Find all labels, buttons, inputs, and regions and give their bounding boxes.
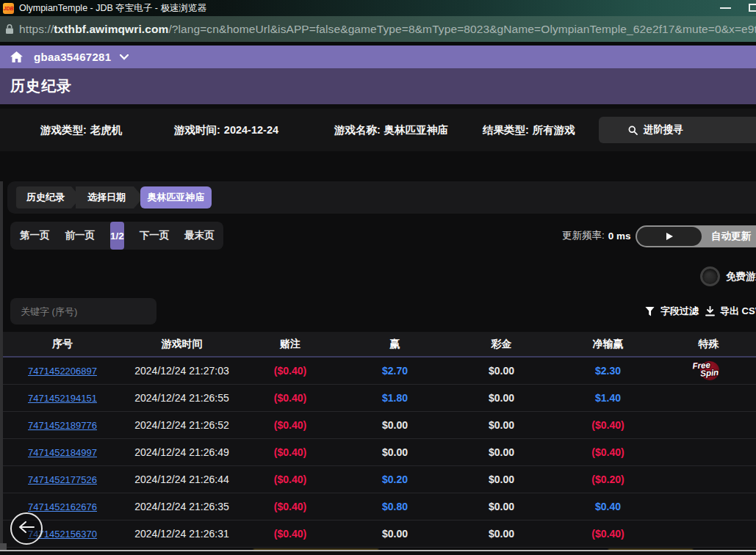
filter-game-time[interactable]: 游戏时间: 2024-12-24 <box>174 109 278 151</box>
left-scrollbar[interactable] <box>0 181 3 550</box>
breadcrumb-game-name[interactable]: 奥林匹亚神庙 <box>140 186 212 208</box>
col-header-win: 赢 <box>342 332 448 356</box>
net-cell: ($0.40) <box>555 520 661 547</box>
filter-game-time-label: 游戏时间: <box>174 123 220 137</box>
table-row: 74714521775262024/12/24 21:26:44($0.40)$… <box>0 466 756 493</box>
bet-cell: ($0.40) <box>239 520 342 547</box>
game-time-cell: 2024/12/24 21:26:49 <box>125 439 239 465</box>
jackpot-cell: $0.00 <box>448 520 555 547</box>
search-input[interactable] <box>10 298 156 324</box>
game-time-cell: 2024/12/24 21:26:31 <box>125 520 239 547</box>
filter-game-name[interactable]: 游戏名称: 奥林匹亚神庙 <box>334 109 448 151</box>
serial-number-link[interactable]: 7471452184997 <box>28 447 97 458</box>
free-game-label[interactable]: 免费游戏 <box>726 266 756 286</box>
download-icon <box>705 306 715 316</box>
serial-number-link[interactable]: 7471452177526 <box>28 474 97 485</box>
bet-cell: ($0.40) <box>239 439 342 465</box>
breadcrumb: 历史纪录 选择日期 奥林匹亚神庙 <box>7 181 756 214</box>
advanced-search-label: 进阶搜寻 <box>644 123 683 137</box>
export-csv-button[interactable]: 导出 CSV <box>705 298 756 324</box>
home-icon[interactable] <box>10 51 23 62</box>
serial-number-link[interactable]: 7471452189776 <box>28 420 97 431</box>
jackpot-cell: $0.00 <box>448 493 555 520</box>
history-table: 序号 游戏时间 赌注 赢 彩金 净输赢 特殊 74714522068972024… <box>0 332 756 548</box>
lock-icon <box>5 23 14 35</box>
win-cell: $0.20 <box>342 466 448 493</box>
keyword-search <box>10 298 156 324</box>
col-header-serial: 序号 <box>0 332 125 356</box>
first-page-button[interactable]: 第一页 <box>20 229 50 242</box>
url-domain: txthbf.awimqwri.com <box>54 23 168 35</box>
left-scrollbar-thumb[interactable] <box>0 543 7 550</box>
special-cell <box>661 520 756 547</box>
game-time-cell: 2024/12/24 21:26:35 <box>125 493 239 520</box>
page-title: 历史纪录 <box>10 76 72 96</box>
table-body: 74714522068972024/12/24 21:27:03($0.40)$… <box>0 358 756 548</box>
col-header-time: 游戏时间 <box>125 332 239 356</box>
table-row: 74714521563702024/12/24 21:26:31($0.40)$… <box>0 520 756 548</box>
table-row: 74714521941512024/12/24 21:26:55($0.40)$… <box>0 385 756 412</box>
account-navbar: gbaa35467281 <box>0 46 756 68</box>
refresh-rate: 更新频率: 0 ms <box>562 222 631 250</box>
col-header-jackpot: 彩金 <box>448 332 555 356</box>
toggle-knob[interactable] <box>637 227 702 246</box>
win-cell: $1.80 <box>342 385 448 411</box>
chevron-down-icon[interactable] <box>120 54 129 60</box>
game-time-cell: 2024/12/24 21:26:44 <box>125 466 239 493</box>
bet-cell: ($0.40) <box>239 385 342 411</box>
win-cell: $0.80 <box>342 493 448 520</box>
win-cell: $0.00 <box>342 439 448 465</box>
net-cell: $2.30 <box>555 358 661 384</box>
table-row: 74714521897762024/12/24 21:26:52($0.40)$… <box>0 412 756 439</box>
advanced-search-button[interactable]: 进阶搜寻 <box>599 117 756 143</box>
serial-number-link[interactable]: 7471452206897 <box>28 366 97 377</box>
play-icon <box>666 233 673 240</box>
filter-result-type-value: 所有游戏 <box>533 123 575 137</box>
game-time-cell: 2024/12/24 21:26:52 <box>125 412 239 438</box>
auto-update-label: 自动更新 <box>711 230 751 243</box>
back-button[interactable] <box>10 512 43 545</box>
filter-result-type[interactable]: 结果类型: 所有游戏 <box>483 109 575 151</box>
refresh-rate-label: 更新频率: <box>562 229 605 242</box>
jdb-favicon-icon: JDB <box>3 3 14 14</box>
next-page-button[interactable]: 下一页 <box>140 229 170 242</box>
serial-number-link[interactable]: 7471452162676 <box>28 501 97 512</box>
username-dropdown[interactable]: gbaa35467281 <box>34 51 111 63</box>
table-row: 74714521849972024/12/24 21:26:49($0.40)$… <box>0 439 756 466</box>
net-cell: ($0.40) <box>555 412 661 438</box>
filter-game-type[interactable]: 游戏类型: 老虎机 <box>40 109 122 151</box>
serial-number-link[interactable]: 7471452194151 <box>28 393 97 404</box>
field-filter-label: 字段过滤 <box>660 305 699 318</box>
bottom-summary-partial <box>0 548 756 555</box>
game-time-cell: 2024/12/24 21:27:03 <box>125 358 239 384</box>
refresh-rate-value: 0 ms <box>608 231 631 242</box>
address-bar[interactable]: https://txthbf.awimqwri.com/?lang=cn&hom… <box>0 16 756 42</box>
minimize-icon[interactable] <box>720 7 731 9</box>
current-page-indicator[interactable]: 1/2 <box>110 222 124 250</box>
bet-cell: ($0.40) <box>239 412 342 438</box>
breadcrumb-history[interactable]: 历史纪录 <box>16 186 81 208</box>
col-header-net: 净输赢 <box>555 332 661 356</box>
special-cell: FreeSpin <box>661 358 756 384</box>
bet-cell: ($0.40) <box>239 466 342 493</box>
jackpot-cell: $0.00 <box>448 358 555 384</box>
auto-update-toggle[interactable]: 自动更新 <box>636 225 756 247</box>
net-cell: $0.40 <box>555 493 661 520</box>
browser-titlebar: JDB OlympianTemple - JDB 夺宝电子 - 极速浏览器 <box>0 0 756 16</box>
bet-cell: ($0.40) <box>239 358 342 384</box>
breadcrumb-select-date[interactable]: 选择日期 <box>76 186 143 208</box>
url-text: https://txthbf.awimqwri.com/?lang=cn&hom… <box>19 23 756 36</box>
export-csv-label: 导出 CSV <box>720 305 756 318</box>
prev-page-button[interactable]: 前一页 <box>65 229 96 242</box>
net-cell: $1.40 <box>555 385 661 411</box>
filter-game-name-label: 游戏名称: <box>334 123 381 137</box>
table-header-row: 序号 游戏时间 赌注 赢 彩金 净输赢 特殊 <box>0 332 756 358</box>
window-title: OlympianTemple - JDB 夺宝电子 - 极速浏览器 <box>19 2 206 15</box>
free-spin-badge: FreeSpin <box>691 358 727 382</box>
field-filter-button[interactable]: 字段过滤 <box>645 298 699 324</box>
win-cell: $0.00 <box>342 412 448 438</box>
free-game-radio[interactable] <box>700 266 720 286</box>
last-page-button[interactable]: 最末页 <box>184 229 215 242</box>
net-cell: ($0.20) <box>555 466 661 493</box>
maximize-icon[interactable] <box>749 4 756 12</box>
